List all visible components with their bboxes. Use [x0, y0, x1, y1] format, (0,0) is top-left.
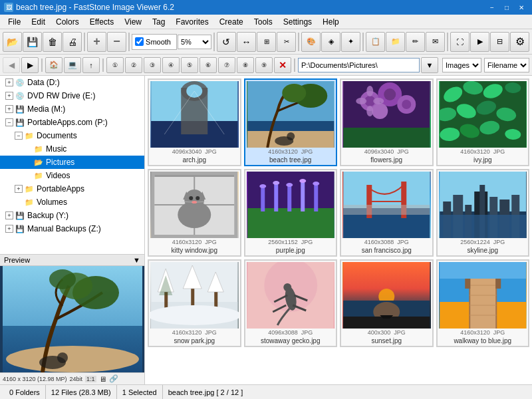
svg-point-106: [283, 283, 291, 291]
email-button[interactable]: ✉: [426, 32, 445, 52]
save-button[interactable]: 💾: [23, 32, 42, 52]
nav-fav7[interactable]: ⑦: [218, 57, 235, 73]
nav-fav8[interactable]: ⑧: [237, 57, 254, 73]
crop-button[interactable]: ✂: [277, 32, 296, 52]
nav-fav6[interactable]: ⑥: [200, 57, 217, 73]
view-dropdown[interactable]: Images: [442, 58, 481, 72]
tree-label-media: Media (M:): [27, 104, 65, 114]
effects-button[interactable]: ✦: [341, 32, 360, 52]
nav-fav5[interactable]: ⑤: [181, 57, 198, 73]
color-button[interactable]: 🎨: [301, 32, 321, 52]
nav-home-button[interactable]: 🏠: [45, 57, 63, 73]
expand-dvd-icon[interactable]: +: [5, 92, 13, 100]
maximize-button[interactable]: □: [500, 2, 513, 13]
thumb-name-stowawaygecko: stowaway gecko.jpg: [247, 337, 335, 344]
print-button[interactable]: 🖨: [63, 32, 82, 52]
thumb-name-walkwaytoblue: walkway to blue.jpg: [439, 337, 527, 344]
expand-docs-icon[interactable]: −: [15, 132, 23, 140]
tree-item-data[interactable]: + 💿 Data (D:): [0, 76, 144, 89]
slideshow-button[interactable]: ▶: [470, 32, 489, 52]
nav-fav2[interactable]: ②: [125, 57, 142, 73]
thumb-kittywindow[interactable]: 4160x3120 JPG kitty window.jpg: [148, 169, 241, 257]
menu-tag[interactable]: Tag: [147, 16, 170, 28]
menu-effects[interactable]: Effects: [84, 16, 119, 28]
copy-to-button[interactable]: 📋: [366, 32, 385, 52]
thumb-info-beachtree: 4160x3120 JPG: [247, 148, 335, 155]
thumb-sunset[interactable]: 400x300 JPG sunset.jpg: [340, 259, 434, 347]
nav-fav9[interactable]: ⑨: [255, 57, 273, 73]
tree-item-volumes[interactable]: 📁 Volumes: [0, 196, 144, 209]
thumb-skyline[interactable]: 2560x1224 JPG skyline.jpg: [436, 169, 530, 257]
svg-point-73: [299, 179, 306, 183]
delete-button[interactable]: 🗑: [43, 32, 62, 52]
menu-settings[interactable]: Settings: [278, 16, 317, 28]
rename-button[interactable]: ✏: [406, 32, 425, 52]
tree-item-backup[interactable]: + 💾 Backup (Y:): [0, 209, 144, 222]
tree-item-music[interactable]: 📁 Music: [0, 142, 144, 156]
zoom-out-button[interactable]: −: [107, 32, 126, 52]
expand-data-icon[interactable]: +: [5, 78, 13, 86]
menu-create[interactable]: Create: [214, 16, 249, 28]
expand-manual-icon[interactable]: +: [5, 225, 13, 233]
expand-portable-icon[interactable]: −: [5, 118, 13, 126]
nav-up-button[interactable]: ↑: [82, 57, 100, 73]
close-button[interactable]: ✕: [515, 2, 528, 13]
menu-view[interactable]: View: [119, 16, 147, 28]
minimize-button[interactable]: −: [485, 2, 499, 13]
menu-favorites[interactable]: Favorites: [170, 16, 213, 28]
compare-button[interactable]: ⊟: [490, 32, 509, 52]
expand-portable2-icon[interactable]: +: [15, 185, 23, 193]
tree-item-pictures[interactable]: 📂 Pictures: [0, 156, 144, 169]
thumb-flowers[interactable]: 4096x3040 JPG flowers.jpg: [340, 78, 434, 166]
preview-expand-icon[interactable]: ▼: [133, 256, 140, 264]
preview-link-icon[interactable]: 🔗: [109, 374, 118, 383]
window-controls[interactable]: − □ ✕: [485, 2, 528, 13]
menu-file[interactable]: File: [3, 16, 26, 28]
nav-fav3[interactable]: ③: [144, 57, 161, 73]
tree-item-manualbackups[interactable]: + 💾 Manual Backups (Z:): [0, 222, 144, 235]
thumb-purple[interactable]: 2560x1152 JPG purple.jpg: [244, 169, 338, 257]
thumb-snowpark[interactable]: 4160x3120 JPG snow park.jpg: [148, 259, 241, 347]
nav-delete-button[interactable]: ✕: [274, 57, 291, 73]
menu-help[interactable]: Help: [317, 16, 344, 28]
nav-forward-button[interactable]: ▶: [21, 57, 39, 73]
thumb-ivy[interactable]: 4160x3120 JPG ivy.jpg: [436, 78, 530, 166]
path-go-button[interactable]: ▼: [421, 57, 438, 73]
tree-item-portableapps[interactable]: − 💾 PortableApps.com (P:): [0, 116, 144, 129]
menu-colors[interactable]: Colors: [51, 16, 84, 28]
preview-monitor-icon[interactable]: 🖥: [99, 375, 106, 383]
toolbar-sep-3: [213, 33, 215, 51]
thumb-stowawaygecko[interactable]: 4096x3088 JPG stowaway gecko.jpg: [244, 259, 338, 347]
expand-backup-icon[interactable]: +: [5, 211, 13, 219]
move-to-button[interactable]: 📁: [386, 32, 405, 52]
nav-fav4[interactable]: ④: [162, 57, 180, 73]
fullscreen-button[interactable]: ⛶: [450, 32, 469, 52]
tree-item-portableapps2[interactable]: + 📁 PortableApps: [0, 182, 144, 196]
open-button[interactable]: 📂: [3, 32, 22, 52]
menu-edit[interactable]: Edit: [26, 16, 51, 28]
zoom-dropdown[interactable]: 5%10%25%50%100%: [178, 35, 211, 49]
menu-tools[interactable]: Tools: [249, 16, 278, 28]
nav-root-button[interactable]: 💻: [64, 57, 81, 73]
sharpen-button[interactable]: ◈: [321, 32, 340, 52]
thumb-walkwaytoblue[interactable]: 4160x3120 JPG walkway to blue.jpg: [436, 259, 530, 347]
sort-dropdown[interactable]: Filename: [484, 58, 529, 72]
smooth-checkbox[interactable]: [135, 37, 144, 46]
nav-fav1[interactable]: ①: [106, 57, 124, 73]
path-input[interactable]: [298, 58, 420, 72]
tree-item-documents[interactable]: − 📁 Documents: [0, 129, 144, 142]
tree-item-media[interactable]: + 💾 Media (M:): [0, 102, 144, 116]
thumb-beachtree[interactable]: 4160x3120 JPG beach tree.jpg: [244, 78, 338, 166]
tree-item-videos[interactable]: 📁 Videos: [0, 169, 144, 182]
settings-button[interactable]: ⚙: [510, 32, 529, 52]
thumb-sanfrancisco[interactable]: 4160x3088 JPG san francisco.jpg: [340, 169, 434, 257]
expand-media-icon[interactable]: +: [5, 105, 13, 113]
rotate-left-button[interactable]: ↺: [217, 32, 236, 52]
nav-back-button[interactable]: ◀: [3, 57, 20, 73]
tree-item-dvd[interactable]: + 💿 DVD RW Drive (E:): [0, 89, 144, 102]
resize-button[interactable]: ⊞: [257, 32, 276, 52]
thumb-arch[interactable]: 4096x3040 JPG arch.jpg: [148, 78, 241, 166]
flip-button[interactable]: ↔: [237, 32, 256, 52]
zoom-in-button[interactable]: +: [87, 32, 106, 52]
status-selected: 1 Selected: [117, 385, 163, 399]
